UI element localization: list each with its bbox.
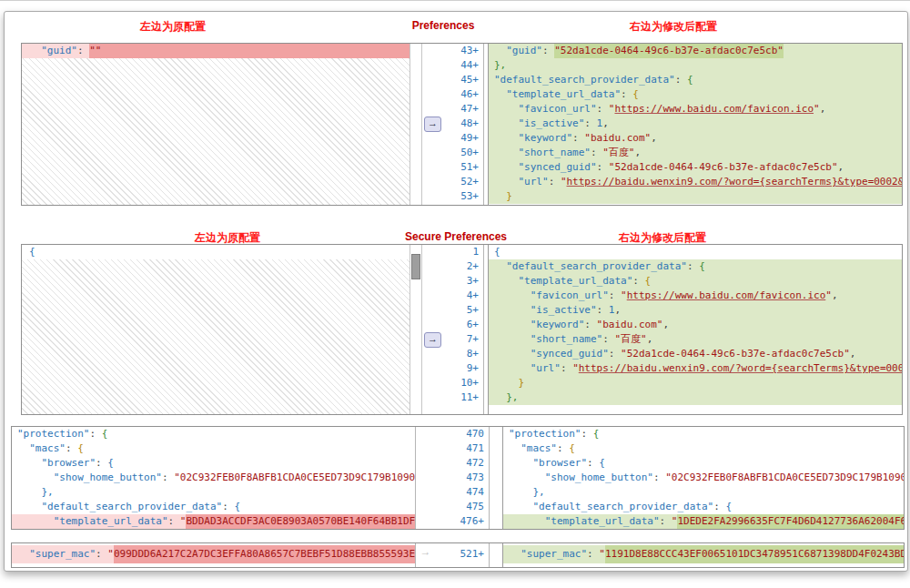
merge-arrow-button[interactable]: → [424, 117, 441, 132]
line-number-column: 470471472473474475476+ [436, 427, 490, 529]
code-line: } [489, 376, 902, 390]
code-line: "browser": { [12, 456, 415, 471]
file-title-secure-preferences: Secure Preferences [405, 230, 507, 243]
line-number: 11+ [442, 390, 483, 405]
line-number: 470 [436, 427, 489, 441]
line-number: 475 [436, 500, 489, 514]
line-number: 473 [436, 471, 489, 485]
super-mac-diff-panel: "super_mac": "099DDD6A217C2A7DC3EFFA80A8… [11, 542, 905, 568]
line-number: 3+ [442, 274, 483, 289]
line-number: 4+ [442, 289, 483, 303]
empty-lines-hatch [22, 259, 410, 414]
line-number: 471 [436, 441, 489, 456]
line-number: 46+ [442, 87, 483, 102]
preferences-diff-panel: "guid": "" → 43+44+45+46+47+48+49+50+51+… [21, 43, 903, 206]
left-code-pane: "protection": { "macs": { "browser": { "… [12, 427, 416, 529]
line-number: 48+ [442, 117, 483, 131]
line-number: 51+ [442, 160, 483, 175]
code-line: "favicon_url": "https://www.baidu.com/fa… [489, 289, 902, 303]
code-line: "macs": { [503, 441, 904, 456]
line-number: 44+ [442, 58, 483, 73]
code-line: "template_url_data": "BDDAD3ACCDF3AC0E89… [12, 514, 415, 529]
merge-gutter: → [422, 44, 442, 205]
line-number-column: 12+3+4+5+6+7+8+9+10+11+ [442, 245, 484, 414]
code-line: "url": "https://baidu.wenxin9.com/?word=… [489, 175, 902, 189]
column-gap [490, 427, 502, 529]
line-number-column: 43+44+45+46+47+48+49+50+51+52+53+ [442, 44, 484, 205]
line-number: 49+ [442, 131, 483, 146]
code-line: { [22, 245, 410, 259]
line-number-column: 521+ [436, 543, 490, 567]
config-diff-report: 左边为原配置 Preferences 右边为修改后配置 "guid": "" →… [4, 11, 908, 572]
code-line: "macs": { [12, 441, 415, 456]
code-line: }, [489, 390, 902, 405]
line-number: 50+ [442, 146, 483, 160]
line-number: 53+ [442, 189, 483, 204]
line-number: 1 [442, 245, 483, 259]
preferences-header-row: 左边为原配置 Preferences 右边为修改后配置 [5, 19, 907, 35]
code-line: }, [12, 485, 415, 500]
line-number: 47+ [442, 102, 483, 117]
line-number: 474 [436, 485, 489, 500]
code-line: "template_url_data": { [489, 274, 902, 289]
line-number: 472 [436, 456, 489, 471]
window-top-edge [0, 0, 910, 1]
right-code-pane: "guid": "52da1cde-0464-49c6-b37e-afdac0c… [488, 44, 902, 205]
scrollbar-thumb[interactable] [411, 254, 420, 279]
left-pane-scrollbar[interactable] [410, 245, 422, 414]
code-line: "browser": { [503, 456, 904, 471]
code-line: "protection": { [12, 427, 415, 441]
code-line: "show_home_button": "02C932FEB0F8ABFB1CD… [503, 471, 904, 485]
line-number: 8+ [442, 347, 483, 361]
merge-gutter: → [422, 245, 442, 414]
code-line: "url": "https://baidu.wenxin9.com/?word=… [489, 361, 902, 376]
code-line: }, [503, 485, 904, 500]
code-line: "favicon_url": "https://www.baidu.com/fa… [489, 102, 902, 117]
code-line: "synced_guid": "52da1cde-0464-49c6-b37e-… [489, 160, 902, 175]
merge-gutter: → [416, 543, 436, 567]
line-number: 476+ [436, 514, 489, 529]
code-line: "protection": { [503, 427, 904, 441]
code-line: "show_home_button": "02C932FEB0F8ABFB1CD… [12, 471, 415, 485]
secure-preferences-diff-panel: { → 12+3+4+5+6+7+8+9+10+11+ { "default_s… [21, 244, 903, 415]
code-line: "default_search_provider_data": { [489, 73, 902, 87]
code-line: }, [489, 58, 902, 73]
right-code-pane: { "default_search_provider_data": { "tem… [488, 245, 902, 414]
right-pane-label: 右边为修改后配置 [630, 19, 717, 35]
line-number: 5+ [442, 303, 483, 318]
file-title-preferences: Preferences [412, 19, 475, 32]
code-line: "synced_guid": "52da1cde-0464-49c6-b37e-… [489, 347, 902, 361]
code-line: "short_name": "百度", [489, 332, 902, 347]
code-line: "default_search_provider_data": { [503, 500, 904, 514]
line-number: 52+ [442, 175, 483, 189]
merge-arrow-button[interactable]: → [418, 546, 433, 560]
code-line: "default_search_provider_data": { [489, 259, 902, 274]
code-line: "keyword": "baidu.com", [489, 131, 902, 146]
merge-gutter [416, 427, 436, 529]
line-number: 2+ [442, 259, 483, 274]
code-line: "default_search_provider_data": { [12, 500, 415, 514]
left-code-pane: { [22, 245, 410, 414]
code-line: "super_mac": "099DDD6A217C2A7DC3EFFA80A8… [12, 545, 415, 563]
left-pane-scrollbar[interactable] [410, 44, 422, 205]
right-code-pane: "protection": { "macs": { "browser": { "… [502, 427, 904, 529]
line-number: 521+ [436, 545, 489, 563]
code-line: "super_mac": "1191D8E88CCC43EF0065101DC3… [503, 545, 904, 563]
code-line: "is_active": 1, [489, 303, 902, 318]
left-code-pane: "guid": "" [22, 44, 410, 205]
protection-macs-diff-panel: "protection": { "macs": { "browser": { "… [11, 426, 905, 530]
line-number: 9+ [442, 361, 483, 376]
code-line: "short_name": "百度", [489, 146, 902, 160]
right-code-pane: "super_mac": "1191D8E88CCC43EF0065101DC3… [502, 543, 904, 567]
line-number: 10+ [442, 376, 483, 390]
code-line: } [489, 189, 902, 204]
line-number: 7+ [442, 332, 483, 347]
column-gap [490, 543, 502, 567]
empty-lines-hatch [22, 58, 410, 205]
code-line: "keyword": "baidu.com", [489, 318, 902, 332]
line-number: 6+ [442, 318, 483, 332]
code-line: "guid": "" [22, 44, 410, 58]
code-line: "template_url_data": { [489, 87, 902, 102]
line-number: 45+ [442, 73, 483, 87]
merge-arrow-button[interactable]: → [424, 332, 441, 348]
